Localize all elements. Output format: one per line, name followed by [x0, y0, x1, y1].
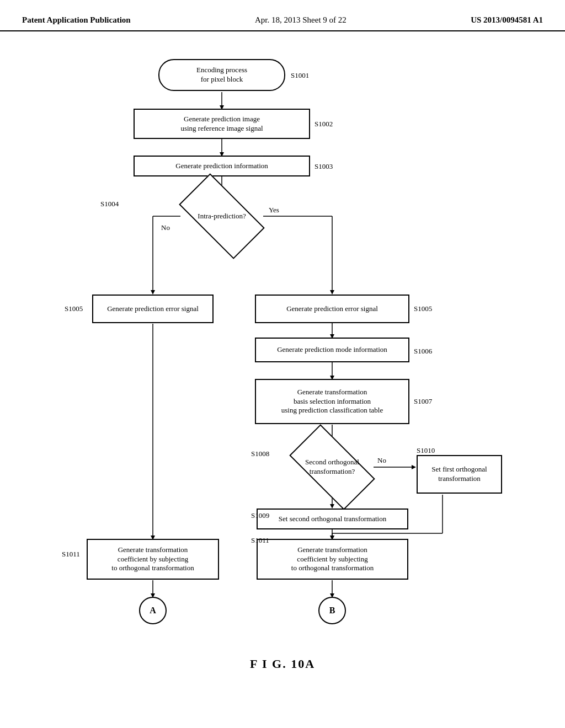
step-s1004: Intra-prediction? [180, 193, 263, 239]
label-s1006: S1006 [414, 347, 432, 356]
svg-marker-8 [151, 290, 155, 295]
label-s1011-left: S1011 [62, 550, 80, 559]
label-s1003: S1003 [315, 162, 333, 171]
label-s1010: S1010 [417, 446, 435, 455]
svg-marker-24 [330, 504, 334, 508]
step-s1001: Encoding process for pixel block [158, 59, 285, 91]
step-s1002: Generate prediction image using referenc… [134, 109, 310, 139]
label-s1011-right: S1011 [251, 536, 269, 545]
figure-caption: F I G. 10A [56, 657, 509, 671]
label-s1002: S1002 [315, 120, 333, 129]
terminal-b: B [318, 597, 346, 624]
svg-text:No: No [161, 223, 170, 232]
step-s1011-left: Generate transformation coefficient by s… [87, 539, 219, 580]
terminal-a: A [139, 597, 167, 624]
label-s1004: S1004 [100, 200, 119, 208]
svg-text:No: No [377, 456, 386, 464]
label-s1005-right: S1005 [414, 304, 432, 313]
label-s1009: S1009 [251, 511, 269, 520]
label-s1001: S1001 [291, 71, 309, 80]
step-s1005-left: Generate prediction error signal [92, 295, 214, 323]
step-s1006: Generate prediction mode information [255, 338, 409, 362]
label-s1005-left: S1005 [65, 304, 83, 313]
step-s1011-right: Generate transformation coefficient by s… [257, 539, 408, 580]
step-s1005-right: Generate prediction error signal [255, 295, 409, 323]
step-s1003: Generate prediction information [134, 156, 310, 176]
header-publication: Patent Application Publication [22, 15, 131, 25]
svg-marker-21 [412, 465, 416, 469]
step-s1007: Generate transformation basis selection … [255, 379, 409, 424]
svg-marker-12 [330, 290, 334, 295]
step-s1008: Second orthogonal transformation? [291, 444, 374, 490]
page-header: Patent Application Publication Apr. 18, … [0, 0, 565, 31]
svg-text:Yes: Yes [269, 206, 279, 214]
step-s1009: Set second orthogonal transformation [257, 508, 408, 529]
label-s1007: S1007 [414, 397, 432, 406]
header-date-sheet: Apr. 18, 2013 Sheet 9 of 22 [255, 15, 347, 25]
flowchart-diagram: No Yes No Yes [56, 42, 509, 671]
step-s1010: Set first orthogonal transformation [417, 455, 502, 494]
header-patent-number: US 2013/0094581 A1 [471, 15, 543, 25]
label-s1008: S1008 [251, 449, 269, 458]
